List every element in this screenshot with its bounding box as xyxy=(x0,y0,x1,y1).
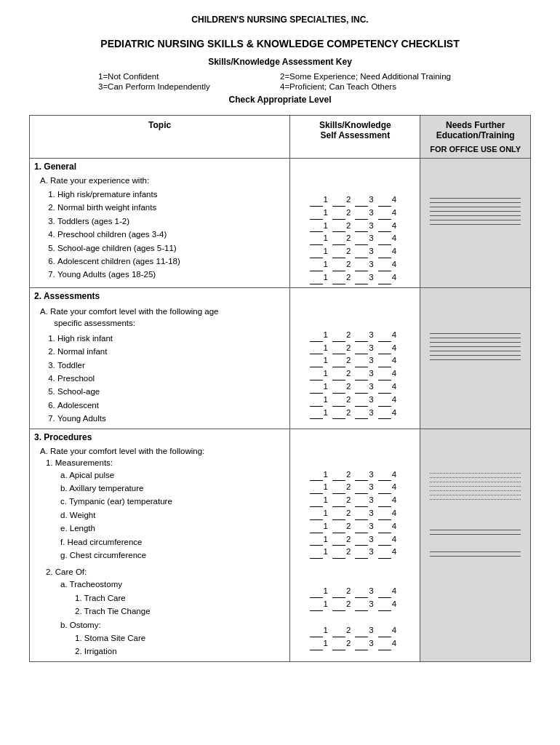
score-row: 1234 xyxy=(295,394,415,407)
main-title: PEDIATRIC NURSING SKILLS & KNOWLEDGE COM… xyxy=(29,38,531,49)
list-item: a. Apical pulse xyxy=(60,469,285,482)
col-skills-header: Skills/Knowledge Self Assessment xyxy=(290,116,420,159)
section-3-topic: 3. Procedures A. Rate your comfort level… xyxy=(30,429,290,661)
list-item: 1. Trach Care xyxy=(75,591,285,605)
list-item: Young Adults xyxy=(57,412,285,425)
list-item: b. Axillary temperature xyxy=(60,482,285,495)
list-item: Preschool xyxy=(57,372,285,385)
section-3-row: 3. Procedures A. Rate your comfort level… xyxy=(30,429,531,661)
needs-line xyxy=(430,473,521,474)
needs-line xyxy=(430,534,521,535)
needs-line xyxy=(430,495,521,495)
score-row: 1234 xyxy=(295,533,415,546)
needs-line xyxy=(430,359,521,360)
list-item: e. Length xyxy=(60,522,285,535)
score-row: 1234 xyxy=(295,258,415,271)
score-row: 1234 xyxy=(295,220,415,233)
key-item-3: 3=Can Perform Independently xyxy=(98,81,280,92)
section-2-scores: 1234 1234 1234 1234 1234 1234 1234 xyxy=(290,287,420,429)
score-row: 1234 xyxy=(295,546,415,559)
list-item: 2. Trach Tie Change xyxy=(75,605,285,618)
list-item: High risk infant xyxy=(57,332,285,345)
office-only-label: FOR OFFICE USE ONLY xyxy=(426,145,524,154)
list-item: Toddler xyxy=(57,359,285,372)
score-row: 1234 xyxy=(295,194,415,207)
list-item: d. Weight xyxy=(60,509,285,522)
col-topic-header: Topic xyxy=(30,116,290,159)
key-item-4: 4=Proficient; Can Teach Others xyxy=(280,81,462,92)
needs-line xyxy=(430,530,521,530)
competency-table: Topic Skills/Knowledge Self Assessment N… xyxy=(29,115,531,662)
key-title: Skills/Knowledge Assessment Key xyxy=(29,57,531,67)
list-item: 2. Irrigation xyxy=(75,645,285,658)
needs-line xyxy=(430,351,521,351)
needs-line xyxy=(430,556,521,557)
section-2-sub-a: A. Rate your comfort level with the foll… xyxy=(40,306,285,329)
score-row: 1234 xyxy=(295,598,415,611)
score-row: 1234 xyxy=(295,232,415,245)
section-2-heading: 2. Assessments xyxy=(34,291,285,301)
needs-line xyxy=(430,342,521,343)
score-row: 1234 xyxy=(295,407,415,420)
list-item: 1. Stoma Site Care xyxy=(75,632,285,645)
list-item: Normal birth weight infants xyxy=(57,201,285,214)
section-1-needs xyxy=(420,159,531,288)
needs-line xyxy=(430,551,521,552)
score-row: 1234 xyxy=(295,354,415,367)
key-item-1: 1=Not Confident xyxy=(98,71,280,81)
section-2-needs xyxy=(420,287,531,429)
score-row: 1234 xyxy=(295,245,415,258)
key-grid: 1=Not Confident 2=Some Experience; Need … xyxy=(98,71,462,92)
section-3-needs xyxy=(420,429,531,661)
score-row: 1234 xyxy=(295,469,415,482)
list-item: School-age children (ages 5-11) xyxy=(57,242,285,255)
needs-line xyxy=(430,202,521,203)
score-row: 1234 xyxy=(295,494,415,507)
needs-line xyxy=(430,333,521,334)
score-row: 1234 xyxy=(295,585,415,598)
needs-line xyxy=(430,211,521,212)
needs-line xyxy=(430,486,521,487)
needs-line xyxy=(430,220,521,220)
section-1-topic: 1. General A. Rate your experience with:… xyxy=(30,159,290,288)
list-item: g. Chest circumference xyxy=(60,549,285,562)
needs-line xyxy=(430,499,521,500)
needs-line xyxy=(430,198,521,199)
score-row: 1234 xyxy=(295,207,415,220)
score-row: 1234 xyxy=(295,329,415,342)
needs-line xyxy=(430,482,521,482)
list-item: f. Head circumference xyxy=(60,535,285,549)
needs-line xyxy=(430,477,521,478)
company-name: CHILDREN'S NURSING SPECIALTIES, INC. xyxy=(29,15,531,25)
needs-line xyxy=(430,207,521,207)
measurements-label: 1. Measurements: xyxy=(46,458,285,467)
score-row: 1234 xyxy=(295,637,415,650)
section-1-row: 1. General A. Rate your experience with:… xyxy=(30,159,531,288)
section-3-heading: 3. Procedures xyxy=(34,432,285,442)
needs-line xyxy=(430,355,521,356)
section-1-heading: 1. General xyxy=(34,162,285,172)
needs-line xyxy=(430,490,521,491)
score-row: 1234 xyxy=(295,481,415,494)
needs-line xyxy=(430,224,521,225)
section-2-topic: 2. Assessments A. Rate your comfort leve… xyxy=(30,287,290,429)
needs-line xyxy=(430,215,521,216)
section-3-sub-a: A. Rate your comfort level with the foll… xyxy=(40,447,285,455)
list-item: a. Tracheostomy xyxy=(60,578,285,591)
score-row: 1234 xyxy=(295,342,415,355)
key-item-2: 2=Some Experience; Need Additional Train… xyxy=(280,71,462,81)
score-row: 1234 xyxy=(295,271,415,284)
score-row: 1234 xyxy=(295,381,415,394)
list-item: Preschool children (ages 3-4) xyxy=(57,228,285,241)
score-row: 1234 xyxy=(295,520,415,533)
list-item: High risk/premature infants xyxy=(57,188,285,201)
section-2-row: 2. Assessments A. Rate your comfort leve… xyxy=(30,287,531,429)
needs-line xyxy=(430,346,521,347)
section-3-scores: 1234 1234 1234 1234 1234 1234 1234 1234 … xyxy=(290,429,420,661)
list-item: School-age xyxy=(57,385,285,398)
col-needs-header: Needs Further Education/Training FOR OFF… xyxy=(420,116,531,159)
score-row: 1234 xyxy=(295,507,415,520)
list-item: Normal infant xyxy=(57,345,285,358)
check-level: Check Appropriate Level xyxy=(29,95,531,105)
list-item: c. Tympanic (ear) temperature xyxy=(60,495,285,508)
